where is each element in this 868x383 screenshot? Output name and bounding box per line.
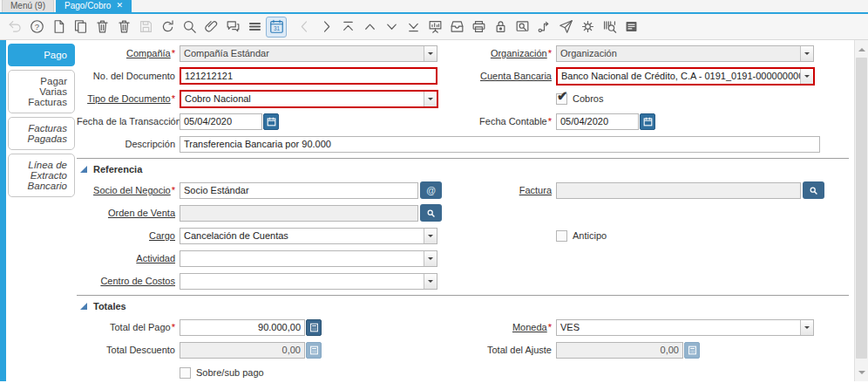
workflow-button[interactable]	[533, 17, 554, 38]
chat-button[interactable]	[222, 17, 243, 38]
anticipo-checkbox[interactable]	[556, 230, 567, 242]
forward-icon	[318, 18, 335, 35]
tab-menu[interactable]: Menú (9)	[2, 0, 54, 12]
forward-button[interactable]	[315, 17, 336, 38]
section-divider	[77, 158, 849, 159]
chat-icon	[225, 18, 241, 35]
descripcion-label: Descripción	[77, 139, 180, 149]
total-ajuste-input[interactable]	[556, 342, 683, 359]
actividad-select[interactable]	[180, 250, 437, 267]
toolbar: ?31	[0, 14, 868, 40]
chevron-down-icon[interactable]	[424, 274, 437, 289]
orden-venta-input[interactable]	[180, 205, 418, 222]
cobros-checkbox[interactable]	[556, 93, 567, 105]
lock-icon	[492, 18, 509, 35]
chevron-down-icon[interactable]	[424, 251, 437, 266]
postit-icon	[623, 18, 640, 35]
cuenta-bancaria-select[interactable]: Banco Nacional de Crédito, C.A - 0191_01…	[556, 67, 815, 85]
delete-selection-button[interactable]	[113, 17, 134, 38]
vertical-scrollbar[interactable]	[854, 40, 868, 381]
chevron-down-icon[interactable]	[800, 46, 813, 61]
total-pago-label: Total del Pago*	[77, 322, 180, 332]
calendar-picker-button[interactable]	[263, 113, 279, 130]
help-button[interactable]: ?	[26, 17, 47, 38]
find-button[interactable]	[179, 17, 200, 38]
sidebar-tab-pagar-varias-facturas[interactable]: Pagar Varias Facturas	[8, 70, 75, 113]
product-info-button[interactable]	[599, 17, 620, 38]
calendar-picker-button[interactable]	[640, 113, 655, 130]
first-record-icon	[340, 18, 356, 35]
save-button	[135, 17, 156, 38]
print-button[interactable]	[468, 17, 489, 38]
compania-label: Compañía*	[77, 48, 180, 58]
first-record-button[interactable]	[337, 17, 358, 38]
factura-input[interactable]	[556, 182, 801, 199]
delete-record-icon	[94, 18, 111, 35]
chevron-down-icon[interactable]	[424, 229, 437, 243]
calculator-button-disabled	[684, 342, 700, 359]
scroll-down-button[interactable]	[855, 366, 868, 380]
send-mail-icon	[558, 18, 574, 35]
toggle-grid-button[interactable]	[244, 17, 265, 38]
back-button	[294, 17, 315, 38]
zoom-across-button[interactable]	[512, 17, 532, 38]
tipo-documento-select[interactable]: Cobro Nacional	[180, 90, 438, 108]
undo-button	[4, 17, 25, 38]
last-record-button[interactable]	[403, 17, 424, 38]
workflow-icon	[536, 18, 553, 35]
copy-record-button[interactable]	[70, 17, 91, 38]
section-referencia[interactable]: Referencia	[80, 163, 852, 175]
centro-costos-select[interactable]	[180, 273, 437, 290]
socio-negocio-input[interactable]	[180, 182, 418, 199]
section-totales[interactable]: Totales	[80, 300, 852, 312]
collapse-icon	[80, 303, 87, 310]
calculator-icon	[309, 345, 319, 355]
attachment-button[interactable]	[200, 17, 221, 38]
fecha-contable-label: Fecha Contable*	[471, 116, 556, 127]
total-pago-input[interactable]	[180, 319, 305, 336]
sidebar-tab-pago[interactable]: Pago	[8, 44, 75, 66]
preferences-button[interactable]	[577, 17, 598, 38]
total-descuento-input[interactable]	[180, 342, 305, 359]
calculator-button[interactable]	[306, 319, 322, 336]
fecha-transaccion-input[interactable]	[180, 113, 262, 130]
lock-button[interactable]	[490, 17, 511, 38]
descripcion-input[interactable]	[180, 136, 820, 153]
fecha-contable-input[interactable]	[556, 113, 639, 130]
sidebar-tab-linea-de-extracto-bancario[interactable]: Línea de Extracto Bancario	[8, 154, 75, 197]
business-partner-info-button[interactable]: @	[420, 181, 442, 199]
save-icon	[138, 18, 154, 35]
new-record-button[interactable]	[48, 17, 69, 38]
fecha-transaccion-label: Fecha de la Transacción*	[77, 116, 180, 127]
delete-record-button[interactable]	[92, 17, 112, 38]
next-record-button[interactable]	[381, 17, 402, 38]
calendar-button[interactable]: 31	[266, 17, 287, 38]
compania-select[interactable]: Compañía Estándar	[180, 45, 437, 62]
previous-record-button[interactable]	[359, 17, 380, 38]
scrollbar-thumb[interactable]	[856, 58, 867, 359]
moneda-select[interactable]: VES	[556, 319, 814, 336]
scroll-up-button[interactable]	[855, 42, 868, 56]
cargo-select[interactable]: Cancelación de Cuentas	[180, 228, 437, 244]
send-mail-button[interactable]	[555, 17, 576, 38]
chevron-down-icon[interactable]	[800, 69, 813, 84]
sidebar-tab-facturas-pagadas[interactable]: Facturas Pagadas	[8, 117, 75, 150]
report-button[interactable]	[424, 17, 445, 38]
factura-search-button[interactable]	[803, 181, 824, 199]
sobre-sub-pago-checkbox[interactable]	[180, 367, 191, 379]
tab-pago-cobro[interactable]: Pago/Cobro ✕	[56, 0, 132, 12]
calendar-icon: 31	[268, 18, 285, 35]
organizacion-select[interactable]: Organización	[556, 45, 814, 62]
orden-venta-search-button[interactable]	[420, 204, 442, 222]
chevron-down-icon[interactable]	[424, 46, 437, 61]
archive-button[interactable]	[446, 17, 467, 38]
postit-button[interactable]	[620, 17, 641, 38]
no-documento-input[interactable]	[180, 67, 437, 85]
actividad-value	[180, 251, 424, 266]
refresh-button[interactable]	[157, 17, 178, 38]
chevron-down-icon[interactable]	[424, 92, 437, 106]
total-ajuste-label: Total del Ajuste	[471, 345, 556, 355]
cuenta-bancaria-value: Banco Nacional de Crédito, C.A - 0191_01…	[558, 69, 800, 84]
chevron-down-icon[interactable]	[800, 320, 813, 335]
close-icon[interactable]: ✕	[116, 2, 123, 10]
